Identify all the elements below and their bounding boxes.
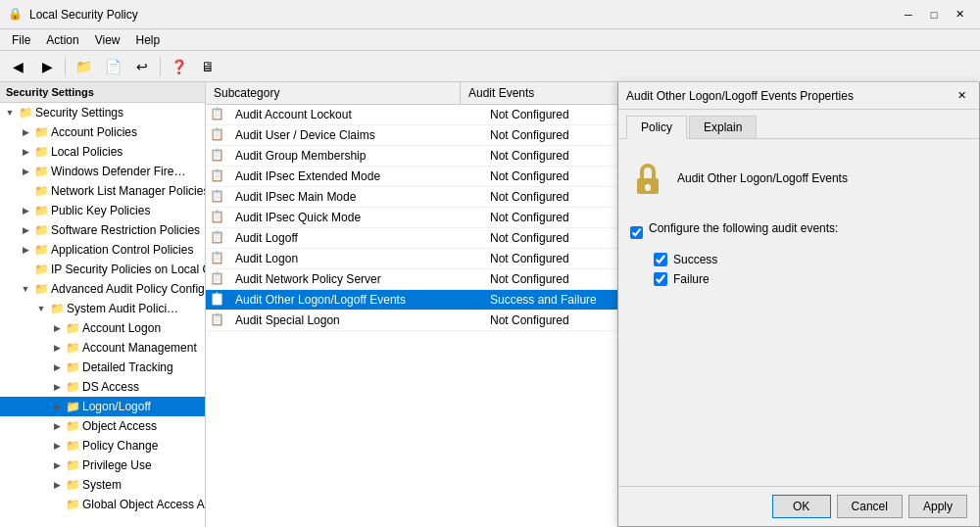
tree-label: Privilege Use (80, 458, 152, 472)
tree-item-local-policies[interactable]: ▶ 📁 Local Policies (0, 142, 205, 162)
folder-icon: 📁 (33, 222, 49, 238)
expand-icon (18, 262, 33, 277)
subcategory-cell: Audit Group Membership (227, 146, 482, 166)
tree-item-security-settings[interactable]: ▼ 📁 Security Settings (0, 103, 205, 122)
menu-file[interactable]: File (4, 31, 38, 49)
tree-item-advanced-audit[interactable]: ▼ 📁 Advanced Audit Policy Configuration (0, 279, 205, 299)
expand-icon: ▶ (49, 320, 65, 336)
folder-icon: 📁 (65, 359, 80, 375)
subcategory-cell: Audit Network Policy Server (227, 269, 482, 289)
apply-button[interactable]: Apply (908, 495, 967, 518)
tree-label: Application Control Policies (49, 243, 193, 257)
expand-icon: ▶ (49, 340, 65, 356)
folder-icon: 📁 (33, 242, 49, 258)
expand-icon: ▶ (49, 418, 65, 434)
tree-item-ip-security[interactable]: 📁 IP Security Policies on Local Computer (0, 260, 205, 279)
tree-item-network-list[interactable]: 📁 Network List Manager Policies (0, 181, 205, 201)
cancel-button[interactable]: Cancel (837, 495, 903, 518)
folder-icon: 📁 (65, 477, 80, 493)
expand-icon: ▶ (18, 222, 33, 238)
back-button[interactable]: ◀ (4, 54, 31, 79)
tree-label: Global Object Access Auditing (80, 498, 206, 511)
folder-icon: 📁 (65, 438, 80, 454)
expand-icon: ▶ (18, 144, 33, 160)
tree-item-app-control[interactable]: ▶ 📁 Application Control Policies (0, 240, 205, 260)
window-title: Local Security Policy (29, 8, 138, 22)
tree-item-account-management[interactable]: ▶ 📁 Account Management (0, 338, 205, 358)
tree-label: Public Key Policies (49, 204, 150, 217)
subcategory-cell: Audit IPsec Quick Mode (227, 208, 482, 227)
folder-icon: 📁 (18, 105, 33, 120)
tree-item-system[interactable]: ▶ 📁 System (0, 475, 205, 495)
tree-item-system-audit[interactable]: ▼ 📁 System Audit Policies - Local Grou..… (0, 299, 205, 318)
tree-label: Security Settings (33, 106, 123, 120)
tree-item-public-key[interactable]: ▶ 📁 Public Key Policies (0, 201, 205, 220)
toolbar-btn-1[interactable]: 📁 (70, 54, 97, 79)
tree-label: System (80, 478, 122, 492)
menu-view[interactable]: View (87, 31, 128, 49)
title-bar: 🔒 Local Security Policy ─ □ ✕ (0, 0, 980, 29)
maximize-button[interactable]: □ (921, 4, 947, 25)
toolbar: ◀ ▶ 📁 📄 ↩ ❓ 🖥 (0, 51, 980, 82)
tree-label: Detailed Tracking (80, 360, 173, 374)
toolbar-btn-help[interactable]: ❓ (165, 54, 192, 79)
tree-item-detailed-tracking[interactable]: ▶ 📁 Detailed Tracking (0, 358, 205, 377)
configure-checkbox[interactable] (630, 226, 643, 239)
folder-icon: 📁 (65, 320, 80, 336)
minimize-button[interactable]: ─ (896, 4, 921, 25)
folder-icon: 📁 (33, 281, 49, 297)
expand-icon: ▶ (18, 203, 33, 218)
toolbar-btn-2[interactable]: 📄 (99, 54, 126, 79)
tree-header: Security Settings (0, 82, 205, 103)
menu-action[interactable]: Action (38, 31, 86, 49)
tree-item-ds-access[interactable]: ▶ 📁 DS Access (0, 377, 205, 397)
menu-help[interactable]: Help (128, 31, 169, 49)
tree-item-policy-change[interactable]: ▶ 📁 Policy Change (0, 436, 205, 455)
expand-icon: ▶ (49, 457, 65, 473)
title-bar-left: 🔒 Local Security Policy (8, 7, 138, 23)
col-header-subcategory[interactable]: Subcategory (206, 82, 461, 104)
folder-icon: 📁 (65, 457, 80, 473)
tab-policy[interactable]: Policy (626, 116, 687, 139)
col-header-audit[interactable]: Audit Events (461, 82, 637, 104)
subcategory-cell: Audit Logon (227, 249, 482, 268)
tree-item-global-object[interactable]: 📁 Global Object Access Auditing (0, 495, 205, 514)
tree-item-account-logon[interactable]: ▶ 📁 Account Logon (0, 318, 205, 338)
subcategory-cell: Audit Special Logon (227, 311, 482, 330)
forward-button[interactable]: ▶ (33, 54, 61, 79)
app-icon: 🔒 (8, 7, 24, 23)
success-checkbox-row: Success (654, 253, 967, 266)
folder-icon: 📁 (65, 418, 80, 434)
toolbar-btn-console[interactable]: 🖥 (194, 54, 221, 79)
toolbar-separator-1 (65, 57, 66, 76)
tree-label: Software Restriction Policies (49, 223, 200, 237)
tree-label: Account Management (80, 341, 197, 355)
ok-button[interactable]: OK (772, 495, 831, 518)
tree-item-object-access[interactable]: ▶ 📁 Object Access (0, 416, 205, 436)
failure-checkbox-row: Failure (654, 272, 967, 286)
tree-item-software-restriction[interactable]: ▶ 📁 Software Restriction Policies (0, 220, 205, 240)
tree-item-logon-logoff[interactable]: ▶ 📁 Logon/Logoff (0, 397, 205, 416)
tree-label: Windows Defender Firewall with Adva... (49, 165, 186, 178)
tree-item-windows-defender[interactable]: ▶ 📁 Windows Defender Firewall with Adva.… (0, 162, 205, 181)
tree-label: IP Security Policies on Local Computer (49, 263, 206, 276)
tree-item-privilege-use[interactable]: ▶ 📁 Privilege Use (0, 455, 205, 475)
svg-rect-1 (645, 184, 651, 191)
success-checkbox[interactable] (654, 253, 667, 266)
expand-icon: ▶ (49, 359, 65, 375)
toolbar-btn-3[interactable]: ↩ (128, 54, 156, 79)
tree-label: Object Access (80, 419, 157, 433)
dialog-close-button[interactable]: ✕ (952, 87, 971, 105)
failure-checkbox[interactable] (654, 272, 667, 286)
dialog-tabs: Policy Explain (618, 110, 979, 139)
expand-icon (49, 497, 65, 512)
tab-explain[interactable]: Explain (689, 116, 757, 138)
tree-item-account-policies[interactable]: ▶ 📁 Account Policies (0, 122, 205, 142)
close-button[interactable]: ✕ (947, 4, 972, 25)
subcategory-cell: Audit IPsec Extended Mode (227, 167, 482, 186)
expand-icon: ▶ (18, 164, 33, 179)
tree-label: Policy Change (80, 439, 158, 453)
row-icon: 📋 (210, 251, 225, 266)
row-icon: 📋 (210, 168, 225, 184)
configure-section: Configure the following audit events: Su… (630, 221, 967, 286)
